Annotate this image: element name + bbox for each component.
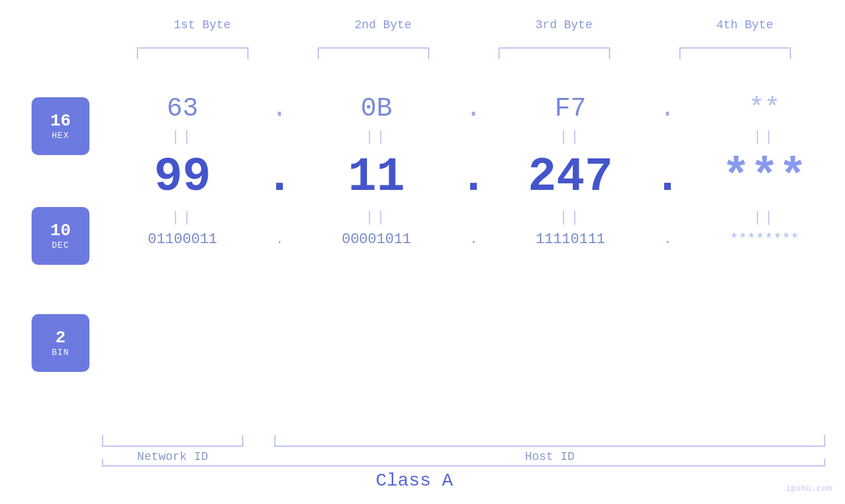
bin-sep-3: .: [651, 231, 684, 248]
bin-badge: 2 BIN: [32, 314, 89, 372]
top-bracket-2: [283, 47, 464, 59]
byte-headers: 1st Byte 2nd Byte 3rd Byte 4th Byte: [112, 18, 835, 32]
eq-cell-2: ||: [296, 129, 457, 145]
bottom-line-right-tick: [824, 459, 825, 467]
eq-row-2: || || || ||: [0, 210, 845, 226]
hex-val-4: **: [748, 94, 780, 124]
top-bracket-1: [102, 47, 283, 59]
bin-badge-label: BIN: [52, 348, 69, 357]
bin-sep-2: .: [457, 231, 490, 248]
hex-cell-2: 0B: [296, 94, 457, 124]
bin-sep-1: .: [263, 231, 296, 248]
bin-val-2: 00001011: [342, 231, 412, 248]
dec-cell-4: ***: [684, 150, 845, 204]
bin-badge-num: 2: [55, 329, 66, 348]
bin-val-4: ********: [730, 231, 800, 248]
top-bracket-line-4: [679, 47, 791, 59]
byte-header-4: 4th Byte: [654, 18, 835, 32]
hex-sep-3: .: [651, 94, 684, 124]
dec-cell-2: 11: [296, 150, 457, 204]
data-rows: 63 . 0B . F7 . ** ||: [0, 69, 845, 248]
eq-cell-3: ||: [490, 129, 651, 145]
full-bottom-line: [102, 465, 825, 467]
hex-val-3: F7: [554, 94, 586, 124]
watermark: ipshu.com: [786, 484, 832, 493]
eq2-cell-2: ||: [296, 210, 457, 226]
hex-sep-2: .: [457, 94, 490, 124]
hex-cell-3: F7: [490, 94, 651, 124]
network-bracket: [102, 435, 243, 447]
bin-cell-2: 00001011: [296, 231, 457, 248]
top-bracket-4: [644, 47, 825, 59]
class-label: Class A: [0, 470, 829, 491]
top-bracket-line-1: [137, 47, 249, 59]
dec-val-1: 99: [154, 150, 210, 204]
bin-val-1: 01100011: [148, 231, 218, 248]
top-brackets: [102, 47, 825, 59]
dec-sep-3: .: [651, 150, 684, 204]
byte-header-3: 3rd Byte: [473, 18, 654, 32]
top-bracket-line-3: [498, 47, 610, 59]
dec-sep-2: .: [457, 150, 490, 204]
dec-val-3: 247: [528, 150, 614, 204]
eq-cell-1: ||: [102, 129, 263, 145]
eq2-cell-1: ||: [102, 210, 263, 226]
dec-cell-1: 99: [102, 150, 263, 204]
bottom-line-left-tick: [102, 459, 103, 467]
hex-row: 63 . 0B . F7 . **: [0, 94, 845, 124]
dec-val-2: 11: [348, 150, 404, 204]
eq-cell-4: ||: [684, 129, 845, 145]
hex-sep-1: .: [263, 94, 296, 124]
eq-row-1: || || || ||: [0, 129, 845, 145]
dec-row: 99 . 11 . 247 . ***: [0, 150, 845, 204]
dec-sep-1: .: [263, 150, 296, 204]
byte-header-1: 1st Byte: [112, 18, 293, 32]
hex-val-1: 63: [166, 94, 198, 124]
dec-val-4: ***: [722, 150, 808, 204]
dec-cell-3: 247: [490, 150, 651, 204]
host-bracket: [274, 435, 825, 447]
network-id-label: Network ID: [102, 450, 243, 463]
bin-val-3: 11110111: [536, 231, 606, 248]
eq2-cell-4: ||: [684, 210, 845, 226]
top-bracket-line-2: [318, 47, 429, 59]
hex-cell-1: 63: [102, 94, 263, 124]
bin-cell-4: ********: [684, 231, 845, 248]
hex-val-2: 0B: [360, 94, 392, 124]
bin-cell-1: 01100011: [102, 231, 263, 248]
eq2-cell-3: ||: [490, 210, 651, 226]
host-id-label: Host ID: [274, 450, 825, 463]
byte-header-2: 2nd Byte: [293, 18, 473, 32]
bin-cell-3: 11110111: [490, 231, 651, 248]
hex-cell-4: **: [684, 94, 845, 124]
top-bracket-3: [464, 47, 644, 59]
bin-row: 01100011 . 00001011 . 11110111 . *******…: [0, 231, 845, 248]
